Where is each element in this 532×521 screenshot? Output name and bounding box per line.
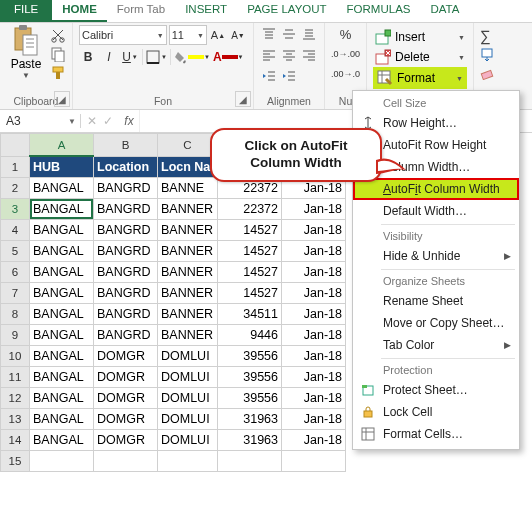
insert-cells-button[interactable]: Insert▼ [373,27,467,47]
font-launcher[interactable]: ◢ [235,91,251,107]
row-header[interactable]: 6 [1,262,30,283]
font-size-combo[interactable]: 11▼ [169,25,207,45]
increase-font-icon[interactable]: A▲ [209,26,227,44]
cell[interactable]: Jan-18 [282,430,346,451]
row-header[interactable]: 11 [1,367,30,388]
italic-button[interactable]: I [100,48,118,66]
cell[interactable]: Locn Na [158,156,218,178]
cell[interactable]: BANGRD [94,178,158,199]
cell[interactable] [30,451,94,472]
autosum-button[interactable]: ∑▼ [480,27,532,44]
tab-data[interactable]: DATA [421,0,470,22]
cell[interactable]: Location [94,156,158,178]
align-center-icon[interactable] [280,46,298,64]
cell[interactable]: BANNE [158,178,218,199]
cell[interactable]: BANGAL [30,346,94,367]
cell[interactable]: DOMGR [94,409,158,430]
cell[interactable]: DOMLUI [158,430,218,451]
tab-file[interactable]: FILE [0,0,52,22]
cell[interactable]: BANNER [158,241,218,262]
tab-formulas[interactable]: FORMULAS [337,0,421,22]
cell[interactable]: BANGAL [30,178,94,199]
align-top-icon[interactable] [260,25,278,43]
cell[interactable]: 14527 [218,283,282,304]
cell[interactable]: BANGRD [94,325,158,346]
cell[interactable] [282,451,346,472]
menu-format-cells[interactable]: Format Cells… [353,423,519,445]
cell[interactable]: 9446 [218,325,282,346]
format-cells-button[interactable]: Format▼ [373,67,467,89]
cell[interactable]: Jan-18 [282,367,346,388]
cell[interactable]: BANGAL [30,199,94,220]
align-left-icon[interactable] [260,46,278,64]
cell[interactable]: 39556 [218,388,282,409]
fx-icon[interactable]: fx [119,114,139,128]
row-header[interactable]: 10 [1,346,30,367]
clipboard-launcher[interactable]: ◢ [54,91,70,107]
select-all-corner[interactable] [1,134,30,157]
cell[interactable] [94,451,158,472]
cell[interactable]: HUB [30,156,94,178]
clear-button[interactable]: ▼ [480,66,532,80]
cell[interactable]: BANGAL [30,241,94,262]
cell[interactable]: BANGRD [94,283,158,304]
increase-indent-icon[interactable] [280,67,298,85]
cell[interactable]: Jan-18 [282,304,346,325]
row-header[interactable]: 5 [1,241,30,262]
cell[interactable]: BANNER [158,199,218,220]
row-header[interactable]: 2 [1,178,30,199]
cell[interactable]: DOMLUI [158,388,218,409]
tab-home[interactable]: HOME [52,0,107,22]
cell[interactable]: Jan-18 [282,199,346,220]
row-header[interactable]: 9 [1,325,30,346]
cell[interactable]: BANGAL [30,220,94,241]
align-right-icon[interactable] [300,46,318,64]
cell[interactable]: Jan-18 [282,241,346,262]
menu-lock-cell[interactable]: Lock Cell [353,401,519,423]
font-color-button[interactable]: A▼ [213,48,244,66]
decrease-decimal-icon[interactable]: .00→.0 [331,65,360,83]
cell[interactable]: DOMLUI [158,409,218,430]
cell[interactable]: DOMGR [94,367,158,388]
row-header[interactable]: 13 [1,409,30,430]
cell[interactable]: 14527 [218,262,282,283]
cell[interactable]: BANGAL [30,430,94,451]
menu-row-height[interactable]: Row Height… [353,112,519,134]
cell[interactable]: BANNER [158,220,218,241]
col-header-B[interactable]: B [94,134,158,157]
cell[interactable]: BANGRD [94,241,158,262]
menu-hide-unhide[interactable]: Hide & Unhide▶ [353,245,519,267]
decrease-indent-icon[interactable] [260,67,278,85]
font-name-combo[interactable]: Calibri▼ [79,25,167,45]
row-header[interactable]: 3 [1,199,30,220]
cell[interactable]: 34511 [218,304,282,325]
cell[interactable]: BANGAL [30,262,94,283]
cell[interactable]: 39556 [218,367,282,388]
cell[interactable]: BANGRD [94,199,158,220]
cell[interactable]: 14527 [218,241,282,262]
cell[interactable]: DOMLUI [158,346,218,367]
border-button[interactable]: ▼ [146,48,167,66]
tab-insert[interactable]: INSERT [175,0,237,22]
cell[interactable]: BANGAL [30,367,94,388]
row-header[interactable]: 4 [1,220,30,241]
cell[interactable]: BANNER [158,283,218,304]
row-header[interactable]: 8 [1,304,30,325]
cell[interactable]: BANGAL [30,304,94,325]
cell[interactable]: BANGAL [30,388,94,409]
cell[interactable]: BANGRD [94,220,158,241]
underline-button[interactable]: U▼ [121,48,139,66]
align-bottom-icon[interactable] [300,25,318,43]
tab-form[interactable]: Form Tab [107,0,175,22]
cell[interactable]: DOMGR [94,346,158,367]
delete-cells-button[interactable]: Delete▼ [373,47,467,67]
row-header[interactable]: 14 [1,430,30,451]
name-box[interactable]: A3▼ [0,114,81,128]
menu-move-copy-sheet[interactable]: Move or Copy Sheet… [353,312,519,334]
menu-rename-sheet[interactable]: Rename Sheet [353,290,519,312]
cell[interactable]: BANGRD [94,262,158,283]
increase-decimal-icon[interactable]: .0→.00 [331,45,360,63]
tab-page-layout[interactable]: PAGE LAYOUT [237,0,336,22]
cell[interactable]: BANNER [158,262,218,283]
fill-color-button[interactable]: ▼ [174,48,210,66]
